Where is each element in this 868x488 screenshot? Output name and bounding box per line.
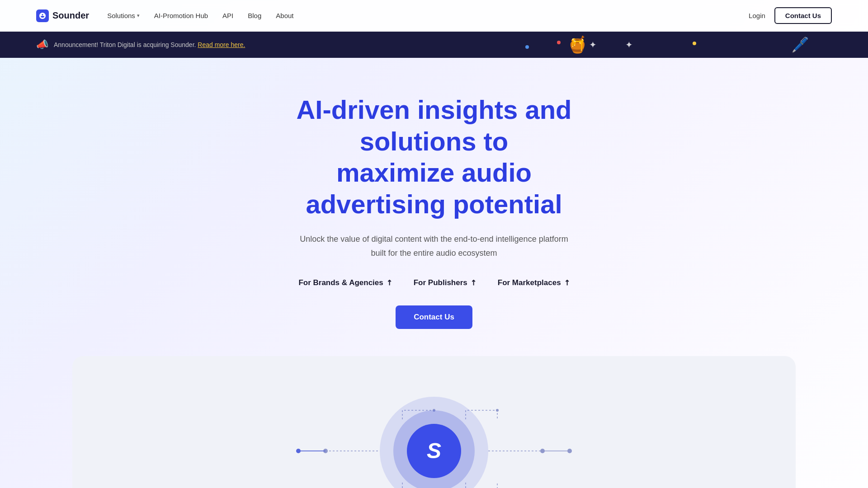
announcement-banner: 📣 Announcement! Triton Digital is acquir…: [0, 32, 868, 58]
announcement-emoji: 📣: [36, 39, 48, 51]
logo-text: Sounder: [52, 10, 89, 21]
nav-left: Sounder Solutions ▾ AI-Promotion Hub API…: [36, 9, 293, 22]
svg-point-3: [540, 449, 545, 453]
svg-point-8: [496, 409, 499, 412]
circle-inner: S: [407, 424, 461, 478]
svg-point-12: [296, 449, 301, 453]
logo-svg: [38, 12, 47, 20]
dot-yellow: [693, 42, 696, 45]
hero-content: AI-driven insights and solutions to maxi…: [231, 58, 637, 356]
banner-emoji-jar: 🍯: [567, 35, 588, 54]
link-brands-agencies[interactable]: For Brands & Agencies ↗: [298, 278, 392, 287]
nav-right: Login Contact Us: [749, 7, 832, 24]
nav-blog[interactable]: Blog: [248, 12, 261, 19]
logo-icon: [36, 9, 49, 22]
arrow-icon-publishers: ↗: [468, 277, 478, 288]
arrow-icon-brands: ↗: [384, 277, 394, 288]
link-marketplaces[interactable]: For Marketplaces ↗: [498, 278, 570, 287]
hero-section: AI-driven insights and solutions to maxi…: [0, 58, 868, 356]
hero-title: AI-driven insights and solutions to maxi…: [267, 94, 601, 220]
announcement-link[interactable]: Read more here.: [198, 41, 245, 48]
arrow-icon-marketplaces: ↗: [561, 277, 572, 288]
hero-subtitle: Unlock the value of digital content with…: [267, 232, 601, 260]
svg-point-6: [567, 449, 572, 453]
svg-point-1: [323, 449, 328, 453]
sparkle-icon-1: ✦: [589, 39, 597, 50]
hero-contact-button[interactable]: Contact Us: [396, 305, 472, 329]
diagram-container: S: [276, 383, 592, 488]
circle-outer: S: [380, 397, 488, 488]
logo[interactable]: Sounder: [36, 9, 89, 22]
banner-emoji-scroll: 🖊️: [791, 36, 809, 53]
nav-solutions[interactable]: Solutions ▾: [107, 12, 140, 19]
sparkle-icon-2: ✦: [625, 39, 633, 50]
hero-links: For Brands & Agencies ↗ For Publishers ↗…: [267, 278, 601, 287]
chevron-down-icon: ▾: [137, 13, 140, 19]
link-publishers[interactable]: For Publishers ↗: [414, 278, 476, 287]
dot-red: [557, 41, 561, 44]
nav-contact-button[interactable]: Contact Us: [774, 7, 832, 24]
navbar: Sounder Solutions ▾ AI-Promotion Hub API…: [0, 0, 868, 32]
dot-blue: [525, 45, 529, 49]
diagram-section: S: [72, 356, 796, 488]
circle-mid: S: [393, 410, 475, 488]
sounder-s-letter: S: [427, 438, 441, 463]
nav-ai-promotion[interactable]: AI-Promotion Hub: [154, 12, 208, 19]
nav-links: Solutions ▾ AI-Promotion Hub API Blog Ab…: [107, 12, 293, 19]
nav-api[interactable]: API: [222, 12, 233, 19]
nav-about[interactable]: About: [276, 12, 293, 19]
center-diagram-icon: S: [380, 397, 488, 488]
announcement-text: Announcement! Triton Digital is acquirin…: [54, 41, 832, 48]
login-button[interactable]: Login: [749, 12, 765, 19]
